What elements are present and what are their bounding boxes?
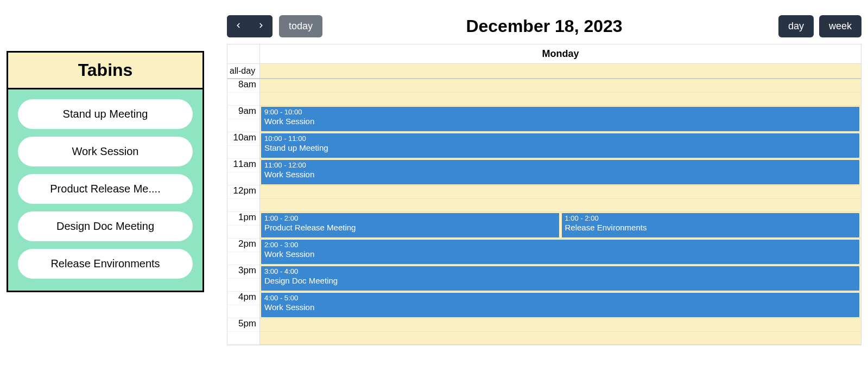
event-title: Work Session bbox=[264, 117, 856, 127]
event-title: Stand up Meeting bbox=[264, 143, 856, 153]
event-time: 1:00 - 2:00 bbox=[565, 214, 857, 223]
hour-label: 11am bbox=[227, 159, 259, 185]
week-view-button[interactable]: week bbox=[819, 15, 861, 37]
hour-label: 3pm bbox=[227, 265, 259, 292]
event-title: Work Session bbox=[264, 249, 856, 260]
allday-label: all-day bbox=[227, 64, 260, 78]
tabins-list: Stand up MeetingWork SessionProduct Rele… bbox=[8, 89, 202, 291]
hour-label: 5pm bbox=[227, 318, 259, 345]
tabin-item[interactable]: Release Environments bbox=[18, 249, 193, 279]
day-view-button[interactable]: day bbox=[778, 15, 814, 37]
hour-slot[interactable] bbox=[260, 185, 861, 212]
event-time: 4:00 - 5:00 bbox=[264, 294, 856, 303]
event-time: 2:00 - 3:00 bbox=[264, 241, 856, 249]
event-time: 1:00 - 2:00 bbox=[264, 214, 556, 223]
event-title: Work Session bbox=[264, 303, 856, 313]
chevron-right-icon bbox=[257, 21, 265, 32]
tabin-item[interactable]: Design Doc Meeting bbox=[18, 211, 193, 241]
event-title: Design Doc Meeting bbox=[264, 276, 856, 286]
hour-label: 9am bbox=[227, 106, 259, 132]
day-column-header: Monday bbox=[260, 44, 861, 63]
tabins-title: Tabins bbox=[8, 53, 202, 89]
hour-label: 2pm bbox=[227, 239, 259, 265]
event-time: 10:00 - 11:00 bbox=[264, 134, 856, 143]
today-button[interactable]: today bbox=[279, 15, 322, 37]
calendar-title: December 18, 2023 bbox=[466, 16, 622, 36]
event-title: Work Session bbox=[264, 170, 856, 180]
tabin-item[interactable]: Stand up Meeting bbox=[18, 99, 193, 129]
nav-button-group bbox=[227, 15, 273, 37]
calendar-event[interactable]: 2:00 - 3:00Work Session bbox=[261, 239, 860, 265]
calendar-event[interactable]: 1:00 - 2:00Release Environments bbox=[561, 213, 860, 238]
hour-label: 12pm bbox=[227, 185, 259, 212]
tabin-item[interactable]: Work Session bbox=[18, 137, 193, 166]
allday-cell[interactable] bbox=[260, 64, 861, 78]
calendar-event[interactable]: 3:00 - 4:00Design Doc Meeting bbox=[261, 266, 860, 291]
calendar: Monday all-day 8am9am10am11am12pm1pm2pm3… bbox=[227, 44, 861, 345]
calendar-toolbar: today December 18, 2023 day week bbox=[227, 0, 861, 44]
hour-slot[interactable] bbox=[260, 79, 861, 106]
calendar-event[interactable]: 10:00 - 11:00Stand up Meeting bbox=[261, 133, 860, 158]
hour-slot[interactable] bbox=[260, 318, 861, 345]
event-time: 9:00 - 10:00 bbox=[264, 108, 856, 117]
chevron-left-icon bbox=[235, 21, 242, 32]
axis-corner bbox=[227, 44, 260, 63]
time-axis: 8am9am10am11am12pm1pm2pm3pm4pm5pm bbox=[227, 79, 260, 345]
calendar-event[interactable]: 1:00 - 2:00Product Release Meeting bbox=[261, 213, 560, 238]
prev-button[interactable] bbox=[227, 15, 250, 37]
calendar-event[interactable]: 4:00 - 5:00Work Session bbox=[261, 292, 860, 318]
day-grid[interactable]: 9:00 - 10:00Work Session10:00 - 11:00Sta… bbox=[260, 79, 861, 345]
tabins-panel: Tabins Stand up MeetingWork SessionProdu… bbox=[7, 51, 204, 292]
hour-label: 4pm bbox=[227, 292, 259, 318]
event-title: Product Release Meeting bbox=[264, 223, 556, 233]
calendar-event[interactable]: 11:00 - 12:00Work Session bbox=[261, 159, 860, 185]
event-time: 11:00 - 12:00 bbox=[264, 161, 856, 170]
calendar-event[interactable]: 9:00 - 10:00Work Session bbox=[261, 106, 860, 132]
tabin-item[interactable]: Product Release Me.... bbox=[18, 174, 193, 204]
hour-label: 8am bbox=[227, 79, 259, 106]
event-time: 3:00 - 4:00 bbox=[264, 267, 856, 276]
hour-label: 10am bbox=[227, 132, 259, 159]
event-title: Release Environments bbox=[565, 223, 857, 233]
hour-label: 1pm bbox=[227, 212, 259, 239]
next-button[interactable] bbox=[250, 15, 273, 37]
